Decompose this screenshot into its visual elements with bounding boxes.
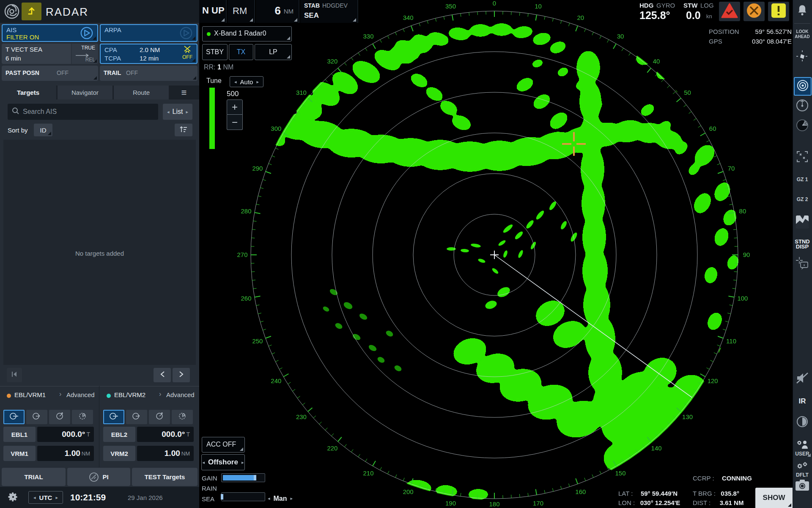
ebl1-mode-drop-button[interactable] [49,410,70,424]
guard-zone-1-button[interactable]: GZ 1 [793,174,812,185]
true-rel-toggle[interactable]: TRUE REL [71,44,98,64]
range-unit: NM [284,8,294,15]
trail-panel[interactable]: TRAIL OFF [100,66,198,81]
right-arrow-icon[interactable]: ▸ [241,460,244,465]
screenshot-button[interactable] [793,478,812,494]
hamburger-icon: ≡ [181,91,187,95]
ebl2-mode-anchor-button[interactable] [172,410,193,424]
motion-mode-dropdown[interactable]: RM [228,0,255,23]
ebl1-mode-anchor-button[interactable] [72,410,93,424]
sort-direction-button[interactable] [175,124,192,136]
default-settings-button[interactable]: DFLT [793,459,812,479]
past-posn-panel[interactable]: PAST POSN OFF [2,66,98,81]
test-targets-button[interactable]: TEST Targets [132,468,198,486]
right-arrow-icon[interactable]: ▸ [186,109,188,115]
ebl1-value-field[interactable]: 000.0° T [37,427,94,442]
ebl-vrm1-advanced-link[interactable]: Advanced [66,391,95,398]
caution-button[interactable] [768,2,789,21]
sea-mode-selector[interactable]: ◂ Man ▸ [268,494,293,503]
radar-rings-button[interactable] [794,77,812,96]
settings-gear-icon[interactable] [8,491,19,504]
standard-display-button[interactable]: STND DISP [793,235,812,253]
tx-button[interactable]: TX [229,44,253,60]
t-vect-panel[interactable]: T VECT SEA 6 min TRUE REL [2,44,98,64]
left-arrow-icon[interactable]: ◂ [268,496,270,501]
view-mode-selector[interactable]: ◂ List ▸ [163,104,192,120]
left-arrow-icon[interactable]: ◂ [167,109,170,115]
sort-by-dropdown[interactable]: ID [34,124,52,136]
ebl2-mode-drop-button[interactable] [149,410,170,424]
tune-increase-button[interactable]: + [227,99,243,115]
svg-text:180: 180 [489,500,499,508]
brightness-contrast-button[interactable] [793,415,812,430]
ebl2-button[interactable]: EBL2 [103,427,135,442]
ebl-vrm2-advanced-link[interactable]: Advanced [166,391,195,398]
bearing-dial-button[interactable] [793,99,812,114]
ebl1-mode-offset-button[interactable] [26,410,47,424]
warning-button[interactable] [743,2,765,21]
trial-button[interactable]: TRIAL [2,468,66,486]
tab-menu-button[interactable]: ≡ [169,86,199,99]
right-arrow-icon[interactable]: ▸ [55,495,58,500]
stby-button[interactable]: STBY [202,44,228,60]
target-list[interactable]: No targets added [3,140,196,365]
ebl2-unit: T [186,431,190,438]
stabilization-dropdown[interactable]: STAB HDGDEV SEA [300,0,358,23]
tune-mode-selector[interactable]: ◂ Auto ▸ [230,76,263,87]
right-arrow-icon[interactable]: ▸ [256,79,259,85]
vrm1-value-field[interactable]: 1.00 NM [37,446,94,461]
tab-route[interactable]: Route [114,86,169,99]
chart-overlay-button[interactable] [793,214,812,231]
right-arrow-icon[interactable]: ▸ [291,496,293,501]
pager-prev-button[interactable] [154,368,171,382]
pi-button[interactable]: PI [67,468,130,486]
alarm-acknowledge-button[interactable] [719,2,740,21]
speed-readout: STW LOG 0.0 kn [683,0,718,23]
ebl2-mode-offset-button[interactable] [126,410,147,424]
vrm1-button[interactable]: VRM1 [3,446,36,461]
tune-decrease-button[interactable]: − [227,115,243,130]
orientation-dropdown[interactable]: N UP [199,0,227,23]
cpa-alarm-off-toggle[interactable]: OFF [182,45,192,60]
cursor-ship-button[interactable] [793,48,812,66]
timezone-selector[interactable]: ◂ UTC ▸ [28,491,63,504]
alerts-bell-button[interactable] [793,2,812,21]
show-menu-button[interactable]: SHOW [755,488,793,508]
tab-targets[interactable]: Targets [0,86,56,99]
radar-source-dropdown[interactable]: X-Band 1 Radar0 [202,26,292,41]
radar-ppi-scope[interactable]: 0102030405060708090100110120130140150160… [199,0,793,508]
range-dropdown[interactable]: 6 NM [256,0,299,23]
ebl2-mode-centered-button[interactable] [103,410,124,424]
left-arrow-icon[interactable]: ◂ [33,495,36,500]
sector-blank-button[interactable] [793,119,812,134]
left-arrow-icon[interactable]: ◂ [234,79,237,85]
cpa-tcpa-panel[interactable]: CPA 2.0 NM TCPA 12 min OFF [100,44,198,64]
search-ais-input[interactable]: Search AIS [8,104,158,120]
rain-slider[interactable] [221,492,265,501]
gain-slider[interactable] [221,473,265,482]
ais-panel[interactable]: AIS FILTER ON [2,24,98,42]
mute-button[interactable] [793,370,812,388]
vrm2-button[interactable]: VRM2 [103,446,135,461]
back-up-button[interactable] [22,3,41,20]
svg-text:310: 310 [296,89,307,96]
pager-first-button[interactable] [7,368,22,382]
cursor-info-button[interactable] [793,256,812,273]
ebl1-mode-centered-button[interactable] [3,410,25,424]
user-settings-button[interactable]: USER [793,438,812,458]
ebl1-unit: T [86,431,90,438]
vrm2-value-field[interactable]: 1.00 NM [137,446,194,461]
ebl1-button[interactable]: EBL1 [3,427,36,442]
profile-selector[interactable]: ◂ Offshore ▸ [201,454,245,470]
arpa-panel[interactable]: ARPA [100,24,198,42]
pager-next-button[interactable] [173,368,190,382]
ebl2-value-field[interactable]: 000.0° T [137,427,194,442]
ir-button[interactable]: IR [793,395,812,407]
clear-zoom-button[interactable] [793,150,812,165]
left-arrow-icon[interactable]: ◂ [203,460,205,465]
guard-zone-2-button[interactable]: GZ 2 [793,194,812,204]
tab-navigator[interactable]: Navigator [58,86,112,99]
acc-dropdown[interactable]: ACC OFF [202,437,245,453]
pulse-length-dropdown[interactable]: LP [255,44,292,60]
look-ahead-button[interactable]: LOOK AHEAD [793,27,812,41]
